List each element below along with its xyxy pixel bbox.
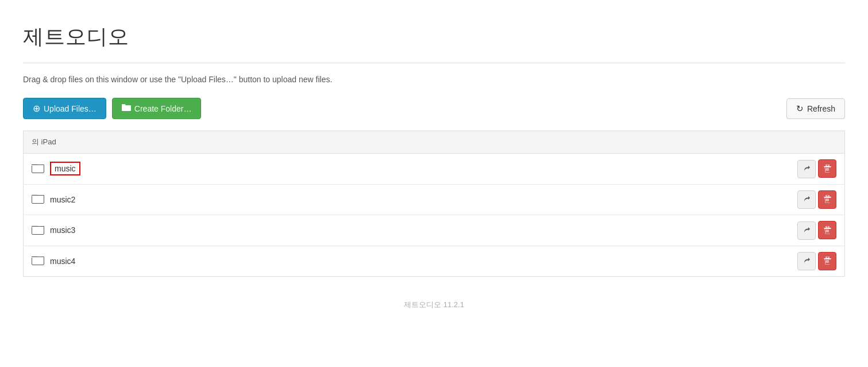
upload-files-button[interactable]: ⊕ Upload Files… [23,98,106,119]
share-button[interactable] [797,190,816,209]
table-row: music2 [24,184,845,215]
svg-rect-23 [825,230,826,232]
divider [23,63,845,63]
svg-rect-5 [827,168,827,171]
create-folder-label: Create Folder… [134,104,192,113]
svg-rect-19 [826,226,829,228]
actions-cell [787,246,845,277]
actions-cell [787,215,845,246]
folder-name-text[interactable]: music3 [50,225,75,235]
file-table: 의 iPad music music2 [23,131,845,277]
footer: 제트오디오 11.2.1 [23,300,845,310]
delete-button[interactable] [818,252,836,270]
svg-rect-21 [827,230,827,232]
upload-label: Upload Files… [44,104,97,113]
svg-rect-11 [826,195,829,197]
svg-rect-3 [826,165,829,166]
app-title: 제트오디오 [23,23,845,51]
table-row: music [24,154,845,185]
actions-cell [787,154,845,185]
svg-rect-29 [827,260,827,263]
actions-cell [787,184,845,215]
svg-rect-28 [824,259,831,259]
svg-rect-6 [828,168,828,171]
svg-rect-12 [824,197,831,198]
svg-rect-17 [32,226,44,227]
svg-rect-7 [825,168,826,171]
svg-rect-24 [32,257,44,265]
svg-rect-30 [828,260,828,263]
create-folder-icon [122,104,131,113]
svg-rect-0 [32,165,44,173]
svg-rect-14 [828,198,828,201]
svg-rect-16 [32,226,44,234]
share-button[interactable] [797,252,816,270]
folder-icon [32,255,44,267]
folder-name-text[interactable]: music2 [50,195,75,204]
refresh-button[interactable]: ↻ Refresh [786,98,845,119]
upload-icon: ⊕ [33,103,40,114]
table-header-row: 의 iPad [24,131,845,154]
folder-icon [32,163,44,175]
version-text: 제트오디오 11.2.1 [404,300,464,309]
folder-name-text[interactable]: music [50,162,80,175]
delete-button[interactable] [818,159,836,178]
svg-rect-1 [32,165,44,165]
share-button[interactable] [797,160,816,178]
svg-rect-31 [825,260,826,263]
svg-rect-25 [32,257,44,257]
toolbar-left: ⊕ Upload Files… Create Folder… [23,98,201,119]
svg-rect-15 [825,198,826,201]
create-folder-button[interactable]: Create Folder… [112,98,202,119]
folder-icon [32,193,44,205]
toolbar: ⊕ Upload Files… Create Folder… ↻ Refresh [23,98,845,119]
delete-button[interactable] [818,190,836,209]
table-row: music4 [24,246,845,277]
svg-rect-22 [828,230,828,232]
svg-rect-9 [32,195,44,196]
share-button[interactable] [797,221,816,240]
svg-rect-4 [824,166,831,167]
refresh-label: Refresh [807,104,835,113]
folder-icon [32,224,44,236]
svg-rect-27 [826,257,829,258]
breadcrumb: 의 iPad [24,131,845,154]
svg-rect-8 [32,196,44,204]
table-row: music3 [24,215,845,246]
instruction-text: Drag & drop files on this window or use … [23,75,845,84]
refresh-icon: ↻ [796,104,804,114]
delete-button[interactable] [818,221,836,239]
svg-rect-13 [827,198,827,201]
folder-name-text[interactable]: music4 [50,257,75,266]
svg-rect-20 [824,228,831,228]
